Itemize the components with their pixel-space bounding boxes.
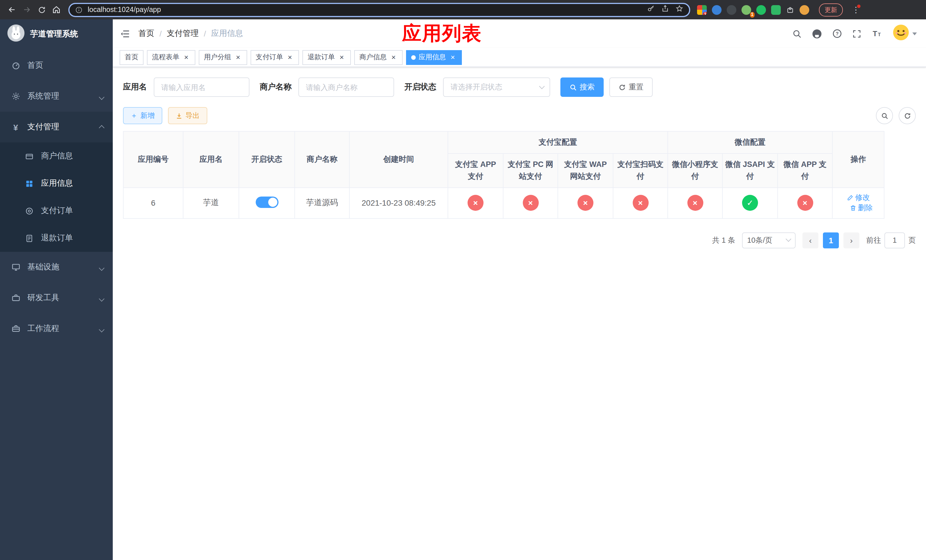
prev-page-button[interactable]: ‹ (802, 232, 819, 248)
col-group-alipay: 支付宝配置 (448, 131, 668, 154)
top-navbar: 首页 / 支付管理 / 应用信息 应用列表 ? (113, 20, 926, 48)
user-avatar-menu[interactable] (893, 24, 917, 43)
breadcrumb-separator: / (204, 29, 206, 38)
help-question-icon[interactable]: ? (832, 29, 842, 39)
sidebar: 芋道管理系统 首页 系统管理 ¥ (0, 20, 113, 560)
tab-app-info[interactable]: 应用信息 × (406, 50, 462, 65)
status-toggle[interactable] (256, 197, 278, 208)
reset-button[interactable]: 重置 (609, 77, 653, 97)
url-text[interactable]: localhost:1024/pay/app (88, 6, 647, 14)
sidebar-item-refund-order[interactable]: 退款订单 (0, 224, 113, 252)
tab-label: 支付订单 (256, 52, 283, 62)
tab-user-group[interactable]: 用户分组 × (199, 50, 247, 65)
font-size-icon[interactable]: TT (872, 29, 883, 39)
merchant-name-input[interactable] (298, 77, 394, 97)
browser-reload-icon[interactable] (34, 2, 49, 17)
fullscreen-icon[interactable] (852, 29, 862, 38)
sidebar-item-label: 基础设施 (27, 262, 59, 272)
extensions-puzzle-icon[interactable] (786, 5, 794, 14)
sidebar-item-infrastructure[interactable]: 基础设施 (0, 252, 113, 283)
chevron-down-icon (99, 265, 104, 271)
browser-menu-icon[interactable]: ⋮ (850, 5, 862, 14)
export-button[interactable]: 导出 (168, 107, 207, 124)
github-icon[interactable] (811, 28, 822, 39)
breadcrumb-separator: / (159, 29, 162, 38)
pagination: 共 1 条 10条/页 ‹ 1 › 前往 页 (120, 232, 916, 248)
sidebar-item-system[interactable]: 系统管理 (0, 81, 113, 112)
breadcrumb-payment[interactable]: 支付管理 (167, 29, 199, 39)
status-select-placeholder: 请选择开启状态 (451, 82, 502, 92)
sidebar-item-workflow[interactable]: 工作流程 (0, 313, 113, 344)
extension-wechat-icon[interactable] (756, 5, 766, 15)
close-tab-icon[interactable]: × (390, 53, 398, 61)
app-name-input[interactable] (154, 77, 250, 97)
browser-update-button[interactable]: 更新 (819, 3, 843, 16)
col-alipay-app: 支付宝 APP 支付 (448, 154, 503, 188)
chevron-down-icon (539, 83, 545, 89)
table-row: 6 芋道 芋道源码 2021-10-23 08:49:25 × × × × × (123, 188, 884, 218)
page-number-button[interactable]: 1 (823, 232, 839, 248)
page-size-select[interactable]: 10条/页 (742, 232, 796, 248)
sidebar-item-app-info[interactable]: 应用信息 (0, 170, 113, 197)
search-button[interactable]: 搜索 (560, 77, 604, 97)
extension-colorful-icon[interactable]: 10 (697, 5, 707, 15)
wechat-mini-status-icon: × (687, 195, 703, 211)
close-tab-icon[interactable]: × (286, 53, 294, 61)
dashboard-icon (11, 61, 21, 70)
extension-dark-icon[interactable] (727, 5, 736, 15)
sidebar-item-home[interactable]: 首页 (0, 50, 113, 81)
close-tab-icon[interactable]: × (338, 53, 346, 61)
chevron-down-icon (785, 236, 791, 242)
col-merchant-name: 商户名称 (295, 131, 350, 188)
tab-pay-order[interactable]: 支付订单 × (251, 50, 299, 65)
password-key-icon[interactable] (647, 5, 655, 15)
tags-view-bar: 首页 流程表单 × 用户分组 × 支付订单 × 退款订单 × (113, 48, 926, 67)
tab-label: 用户分组 (204, 52, 231, 62)
next-page-button[interactable]: › (843, 232, 859, 248)
tab-merchant-info[interactable]: 商户信息 × (354, 50, 402, 65)
add-button[interactable]: ＋ 新增 (123, 107, 162, 124)
tab-refund-order[interactable]: 退款订单 × (303, 50, 351, 65)
header-search-icon[interactable] (792, 29, 802, 38)
sidebar-item-dev-tools[interactable]: 研发工具 (0, 283, 113, 313)
col-app-name: 应用名 (183, 131, 239, 188)
extension-green-square-icon[interactable] (771, 5, 781, 15)
close-tab-icon[interactable]: × (449, 53, 457, 61)
extension-avatar-icon[interactable]: 1 (741, 5, 751, 15)
app-title: 芋道管理系统 (30, 29, 78, 39)
wechat-jsapi-status-icon: ✓ (742, 195, 758, 211)
address-bar[interactable]: localhost:1024/pay/app (68, 3, 690, 17)
sidebar-item-pay-order[interactable]: 支付订单 (0, 197, 113, 224)
browser-profile-avatar[interactable] (800, 5, 809, 15)
goto-page-input[interactable] (884, 232, 905, 248)
alipay-app-status-icon: × (468, 195, 484, 211)
close-tab-icon[interactable]: × (234, 53, 242, 61)
page-content: 应用名 商户名称 开启状态 请选择开启状态 (113, 67, 926, 560)
browser-back-icon[interactable] (5, 2, 20, 17)
breadcrumb-home[interactable]: 首页 (138, 29, 154, 39)
sidebar-item-label: 研发工具 (27, 293, 59, 303)
sidebar-collapse-icon[interactable] (120, 28, 130, 39)
cell-create-time: 2021-10-23 08:49:25 (350, 188, 448, 218)
delete-link[interactable]: 删除 (849, 203, 873, 213)
tab-label: 退款订单 (307, 52, 335, 62)
toggle-search-button[interactable] (876, 107, 893, 124)
sidebar-item-merchant-info[interactable]: 商户信息 (0, 142, 113, 170)
extension-avatar-badge: 1 (750, 12, 755, 17)
close-tab-icon[interactable]: × (182, 53, 190, 61)
extension-blue-drop-icon[interactable] (712, 5, 722, 15)
refresh-table-button[interactable] (899, 107, 916, 124)
caret-down-icon (912, 32, 917, 35)
reset-button-label: 重置 (629, 82, 643, 92)
cell-merchant-name: 芋道源码 (295, 188, 350, 218)
sidebar-item-payment[interactable]: ¥ 支付管理 (0, 112, 113, 142)
site-info-icon[interactable] (75, 6, 83, 14)
tab-process-form[interactable]: 流程表单 × (147, 50, 195, 65)
edit-link[interactable]: 修改 (847, 193, 870, 203)
tab-home[interactable]: 首页 (120, 50, 144, 65)
bookmark-star-icon[interactable] (675, 5, 683, 15)
tab-label: 商户信息 (359, 52, 387, 62)
status-select[interactable]: 请选择开启状态 (443, 77, 550, 97)
browser-home-icon[interactable] (49, 2, 64, 17)
share-icon[interactable] (661, 5, 669, 15)
